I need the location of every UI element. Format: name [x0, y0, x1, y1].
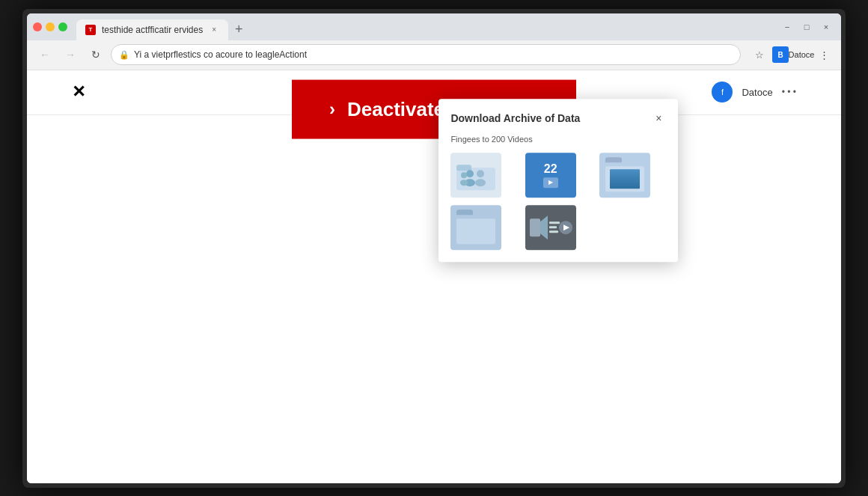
tab-favicon-icon: T — [85, 25, 96, 35]
svg-marker-9 — [540, 215, 548, 239]
extension-button[interactable]: B — [772, 46, 789, 63]
browser-actions: ☆ B Datoce ⋮ — [750, 45, 834, 64]
svg-point-5 — [475, 179, 486, 186]
forward-button[interactable]: → — [60, 44, 81, 65]
maximize-window-button[interactable] — [58, 22, 67, 31]
header-actions: f Datoce • • • — [712, 82, 795, 102]
svg-point-2 — [466, 170, 474, 177]
tab-close-button[interactable]: × — [209, 25, 219, 35]
profile-button[interactable]: Datoce — [792, 45, 811, 64]
people-svg-icon — [455, 157, 497, 193]
window-controls: − □ × — [778, 19, 835, 34]
close-window-button[interactable] — [33, 22, 42, 31]
bookmark-button[interactable]: ☆ — [750, 45, 769, 64]
address-bar[interactable]: 🔒 Yi a vietprflestics co acoure to leagl… — [111, 44, 741, 65]
modal-icons-grid: 22 ▶ — [450, 153, 666, 250]
play-icon: ▶ — [543, 177, 558, 188]
svg-point-4 — [477, 170, 484, 177]
video-data-icon[interactable]: 22 ▶ — [525, 153, 576, 198]
download-archive-modal: Download Archive of Data × Fingees to 20… — [438, 99, 678, 262]
svg-rect-8 — [530, 218, 540, 236]
svg-rect-12 — [549, 230, 558, 233]
refresh-button[interactable]: ↻ — [85, 44, 106, 65]
page-content: ✕ Finrings Arctivres Mages Videos f Dato… — [27, 70, 841, 483]
header-username[interactable]: Datoce — [742, 87, 772, 98]
browser-window: T testhide actfficatir ervides × + − □ — [27, 13, 841, 483]
traffic-lights — [33, 22, 67, 31]
video-count: 22 — [544, 162, 557, 176]
lock-icon: 🔒 — [119, 50, 129, 60]
close-button[interactable]: × — [817, 19, 835, 34]
media-data-icon[interactable] — [525, 205, 576, 250]
new-tab-button[interactable]: + — [228, 19, 249, 40]
desktop-folder-icon[interactable] — [599, 153, 650, 198]
desktop-screen-icon — [610, 169, 640, 189]
extension-label: B — [777, 51, 783, 59]
browser-navbar: ← → ↻ 🔒 Yi a vietprflestics co acoure to… — [27, 40, 841, 70]
menu-button[interactable]: ⋮ — [814, 45, 834, 64]
tab-title: testhide actfficatir ervides — [102, 25, 203, 35]
svg-point-6 — [461, 172, 467, 178]
modal-subtitle: Fingees to 200 Videos — [450, 135, 666, 144]
site-logo: ✕ — [72, 82, 85, 102]
svg-point-7 — [460, 180, 468, 186]
deactivate-chevron-icon: › — [329, 99, 335, 120]
svg-rect-11 — [549, 226, 557, 228]
favicon-label: T — [89, 26, 93, 33]
minimize-window-button[interactable] — [46, 22, 55, 31]
modal-close-button[interactable]: × — [651, 111, 666, 126]
back-button[interactable]: ← — [34, 44, 55, 65]
address-text: Yi a vietprflestics co acoure to leagleA… — [134, 49, 733, 60]
browser-titlebar: T testhide actfficatir ervides × + − □ — [27, 13, 841, 40]
blue-folder-icon[interactable] — [450, 205, 501, 250]
monitor-frame: T testhide actfficatir ervides × + − □ — [22, 9, 846, 488]
restore-button[interactable]: □ — [798, 19, 816, 34]
tab-bar: T testhide actfficatir ervides × + — [76, 13, 774, 40]
blue-folder-body — [456, 218, 495, 244]
modal-header: Download Archive of Data × — [450, 111, 666, 126]
modal-title: Download Archive of Data — [450, 112, 580, 124]
header-more-button[interactable]: • • • — [782, 87, 796, 97]
desktop-folder-body — [605, 166, 644, 192]
user-avatar[interactable]: f — [712, 82, 733, 102]
media-svg-icon — [527, 208, 575, 247]
active-tab[interactable]: T testhide actfficatir ervides × — [76, 19, 228, 40]
minimize-button[interactable]: − — [778, 19, 796, 34]
people-data-icon[interactable] — [450, 153, 501, 198]
svg-rect-10 — [549, 221, 560, 224]
